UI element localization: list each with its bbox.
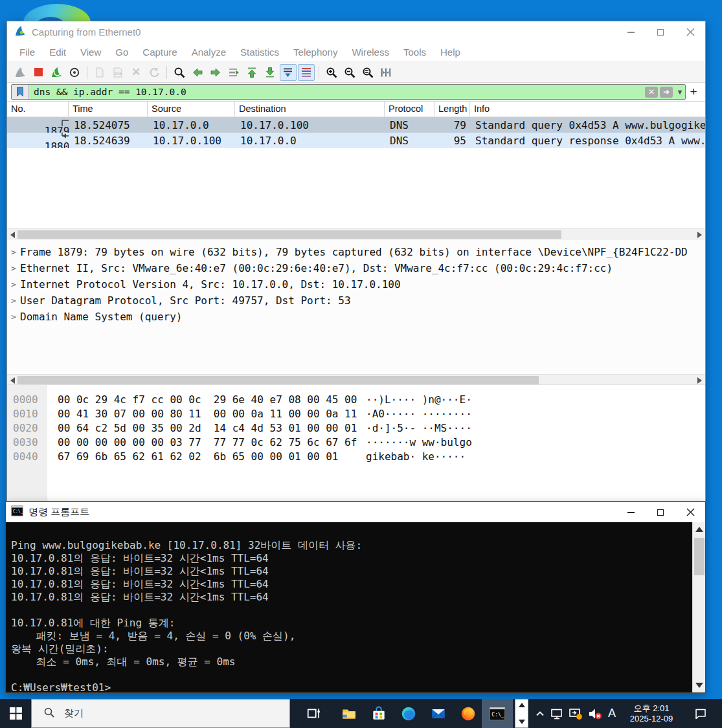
close-button[interactable] xyxy=(675,21,705,43)
minimize-button[interactable] xyxy=(616,502,646,522)
packet-list-hscrollbar[interactable] xyxy=(7,228,705,239)
microsoft-store-button[interactable] xyxy=(364,699,394,728)
scroll-left-icon[interactable] xyxy=(10,232,15,238)
hex-line[interactable]: 002000 64 c2 5d 00 35 00 2d 14 c4 4d 53 … xyxy=(7,421,705,435)
scroll-down-icon[interactable] xyxy=(695,683,703,688)
go-forward-icon[interactable] xyxy=(207,64,224,81)
expander-icon[interactable]: > xyxy=(7,247,20,257)
filter-clear-icon[interactable]: ✕ xyxy=(645,87,658,98)
column-protocol[interactable]: Protocol xyxy=(385,102,434,116)
cmd-taskbar-button[interactable]: C:\_ xyxy=(482,699,513,728)
edge-button[interactable] xyxy=(394,699,423,728)
hex-line[interactable]: 000000 0c 29 4c f7 cc 00 0c 29 6e 40 e7 … xyxy=(7,392,705,406)
display-share-tray-icon[interactable] xyxy=(566,699,585,728)
scroll-left-icon[interactable] xyxy=(10,377,15,384)
restart-capture-icon[interactable] xyxy=(48,64,65,81)
go-last-packet-icon[interactable] xyxy=(262,64,278,81)
zoom-reset-icon[interactable] xyxy=(359,64,376,81)
scroll-down-icon[interactable] xyxy=(519,720,525,724)
resize-columns-icon[interactable] xyxy=(378,64,394,81)
scroll-right-icon[interactable] xyxy=(697,377,702,384)
menu-edit[interactable]: Edit xyxy=(42,47,73,58)
filter-text[interactable]: dns && ip.addr == 10.17.0.0 xyxy=(29,87,645,97)
menu-statistics[interactable]: Statistics xyxy=(233,47,286,58)
hex-line[interactable]: 001000 41 30 07 00 00 80 11 00 00 0a 11 … xyxy=(7,406,705,421)
file-explorer-button[interactable] xyxy=(334,699,364,728)
close-button[interactable] xyxy=(675,502,705,522)
column-info[interactable]: Info xyxy=(470,102,705,116)
maximize-button[interactable] xyxy=(646,502,675,522)
mail-button[interactable] xyxy=(423,699,453,728)
cmd-vscrollbar[interactable] xyxy=(692,522,705,692)
column-length[interactable]: Length xyxy=(434,102,470,116)
packet-row[interactable]: 1880 18.524639 10.17.0.100 10.17.0.0 DNS… xyxy=(7,133,705,148)
taskbar-scroll-widget[interactable] xyxy=(515,699,528,728)
task-view-button[interactable] xyxy=(299,699,329,728)
scroll-up-icon[interactable] xyxy=(519,703,525,707)
volume-muted-tray-icon[interactable] xyxy=(585,699,605,728)
ime-indicator[interactable]: A xyxy=(604,699,620,728)
scroll-up-icon[interactable] xyxy=(695,527,703,532)
expander-icon[interactable]: > xyxy=(7,312,20,322)
maximize-button[interactable] xyxy=(646,21,675,43)
detail-dns[interactable]: >Domain Name System (query) xyxy=(7,309,705,325)
detail-frame[interactable]: >Frame 1879: 79 bytes on wire (632 bits)… xyxy=(7,244,705,260)
column-destination[interactable]: Destination xyxy=(235,102,385,116)
menu-file[interactable]: File xyxy=(12,47,42,58)
menu-help[interactable]: Help xyxy=(433,47,468,58)
column-no[interactable]: No. xyxy=(7,102,69,116)
filter-dropdown-icon[interactable]: ▼ xyxy=(675,88,685,96)
display-filter-input[interactable]: dns && ip.addr == 10.17.0.0 ✕ ➜ ▼ xyxy=(11,84,686,100)
menu-tools[interactable]: Tools xyxy=(396,47,433,58)
packet-row[interactable]: 1879 18.524075 10.17.0.0 10.17.0.100 DNS… xyxy=(7,117,705,133)
filter-bookmark-icon[interactable] xyxy=(12,85,29,99)
menu-capture[interactable]: Capture xyxy=(135,47,184,58)
terminal-output[interactable]: Ping www.bulgogikebab.ke [10.17.0.81] 32… xyxy=(6,522,705,692)
tray-expand-icon[interactable] xyxy=(531,699,549,728)
scrollbar-thumb[interactable] xyxy=(694,538,705,575)
auto-scroll-icon[interactable] xyxy=(280,64,297,81)
hex-line[interactable]: 003000 00 00 00 00 00 03 77 77 77 0c 62 … xyxy=(7,435,705,449)
network-tray-icon[interactable] xyxy=(548,699,566,728)
capture-options-icon[interactable] xyxy=(66,64,83,81)
colorize-packets-icon[interactable] xyxy=(298,64,315,81)
go-first-packet-icon[interactable] xyxy=(243,64,260,81)
menu-wireless[interactable]: Wireless xyxy=(344,47,396,58)
start-capture-icon[interactable] xyxy=(12,64,28,81)
action-center-icon[interactable] xyxy=(688,699,714,728)
expander-icon[interactable]: > xyxy=(7,280,20,289)
detail-ethernet[interactable]: >Ethernet II, Src: VMware_6e:40:e7 (00:0… xyxy=(7,260,705,276)
menu-telephony[interactable]: Telephony xyxy=(286,47,344,58)
close-file-icon: ✕ xyxy=(128,64,144,81)
expander-icon[interactable]: > xyxy=(7,263,20,273)
taskbar-clock[interactable]: 오후 2:01 2025-12-09 xyxy=(620,699,683,728)
find-packet-icon[interactable] xyxy=(171,64,188,81)
menu-go[interactable]: Go xyxy=(108,47,135,58)
terminal-prompt: C:₩Users₩test01>_ xyxy=(11,681,705,692)
expander-icon[interactable]: > xyxy=(7,296,20,305)
menu-view[interactable]: View xyxy=(73,47,108,58)
scrollbar-thumb[interactable] xyxy=(17,376,539,384)
scroll-right-icon[interactable] xyxy=(697,232,702,238)
go-to-packet-icon[interactable] xyxy=(225,64,242,81)
firefox-button[interactable] xyxy=(453,699,483,728)
details-hscrollbar[interactable] xyxy=(7,374,705,385)
go-back-icon[interactable] xyxy=(189,64,206,81)
filter-add-button[interactable]: + xyxy=(686,85,701,99)
menu-analyze[interactable]: Analyze xyxy=(185,47,233,58)
hex-line[interactable]: 004067 69 6b 65 62 61 62 02 6b 65 00 00 … xyxy=(7,449,705,463)
column-source[interactable]: Source xyxy=(148,102,235,116)
detail-udp[interactable]: >User Datagram Protocol, Src Port: 49757… xyxy=(7,292,705,309)
minimize-button[interactable] xyxy=(616,21,646,43)
zoom-in-icon[interactable] xyxy=(323,64,340,81)
scrollbar-thumb[interactable] xyxy=(17,230,561,239)
svg-text:010: 010 xyxy=(115,71,122,76)
detail-ip[interactable]: >Internet Protocol Version 4, Src: 10.17… xyxy=(7,276,705,292)
zoom-out-icon[interactable] xyxy=(341,64,358,81)
packet-protocol: DNS xyxy=(385,119,434,131)
stop-capture-icon[interactable] xyxy=(30,64,47,81)
filter-apply-icon[interactable]: ➜ xyxy=(660,87,673,98)
column-time[interactable]: Time xyxy=(69,102,148,116)
start-button[interactable] xyxy=(0,699,31,728)
taskbar-search-input[interactable]: 찾기 xyxy=(31,699,290,728)
